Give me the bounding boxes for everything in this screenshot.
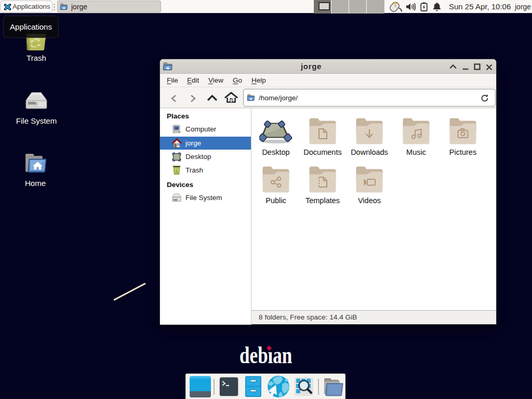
- svg-text:debıan: debıan: [240, 341, 292, 368]
